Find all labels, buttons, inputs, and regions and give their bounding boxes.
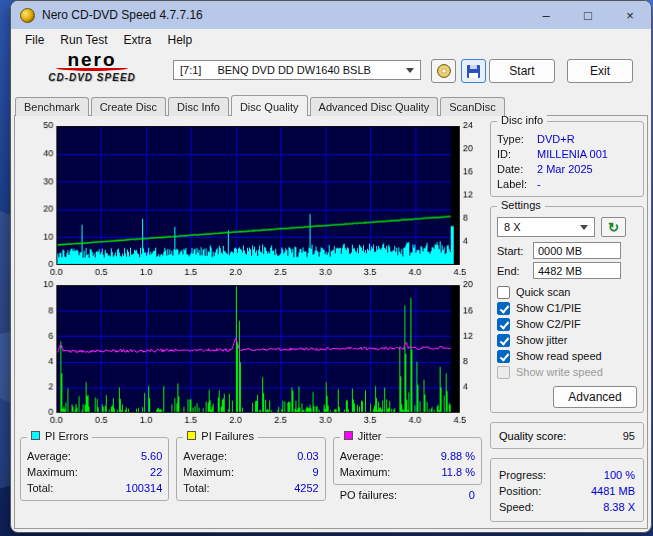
titlebar: Nero CD-DVD Speed 4.7.7.16 – □ × xyxy=(11,1,651,29)
speed-label: Speed: xyxy=(499,499,534,515)
quality-score-panel: Quality score: 95 xyxy=(490,422,644,449)
type-label: Type: xyxy=(497,132,537,147)
average-label: Average: xyxy=(340,448,384,464)
jitter-average: 9.88 % xyxy=(441,448,475,464)
pi-failures-average: 0.03 xyxy=(297,448,318,464)
po-failures-value: 0 xyxy=(469,489,475,501)
date-label: Date: xyxy=(497,162,537,177)
show-write-speed-checkbox: Show write speed xyxy=(497,364,637,380)
disc-tool-button[interactable] xyxy=(431,59,456,83)
window-title: Nero CD-DVD Speed 4.7.7.16 xyxy=(42,8,203,22)
id-label: ID: xyxy=(497,147,537,162)
po-failures-label: PO failures: xyxy=(340,489,397,501)
average-label: Average: xyxy=(183,448,227,464)
checkbox-icon xyxy=(497,334,510,347)
save-icon xyxy=(467,65,480,78)
pi-errors-total: 100314 xyxy=(126,480,163,496)
status-panel: Progress:100 % Position:4481 MB Speed:8.… xyxy=(490,458,644,522)
toolbar: nero CD-DVD SPEED [7:1] BENQ DVD DD DW16… xyxy=(11,51,651,93)
disc-label: - xyxy=(537,177,541,192)
jitter-panel: Jitter Average:9.88 % Maximum:11.8 % xyxy=(333,437,482,485)
menu-extra[interactable]: Extra xyxy=(115,31,159,49)
logo-text: nero xyxy=(19,51,165,69)
maximum-label: Maximum: xyxy=(340,464,391,480)
tab-disc-info[interactable]: Disc Info xyxy=(168,97,229,116)
pi-errors-title: PI Errors xyxy=(45,430,88,442)
checkbox-icon xyxy=(497,302,510,315)
chevron-down-icon xyxy=(406,68,414,73)
drive-select[interactable]: [7:1] BENQ DVD DD DW1640 BSLB xyxy=(173,60,421,80)
tab-disc-quality[interactable]: Disc Quality xyxy=(231,95,308,116)
po-failures-row: PO failures: 0 xyxy=(333,485,482,501)
show-c2-pif-checkbox[interactable]: Show C2/PIF xyxy=(497,316,637,332)
minimize-button[interactable]: – xyxy=(525,1,567,29)
disc-date: 2 Mar 2025 xyxy=(537,162,593,177)
drive-unit: [7:1] xyxy=(180,64,201,76)
tab-advanced-disc-quality[interactable]: Advanced Disc Quality xyxy=(310,97,439,116)
speed-value: 8 X xyxy=(504,221,521,233)
pi-failures-panel: PI Failures Average:0.03 Maximum:9 Total… xyxy=(176,437,325,501)
disc-info-title: Disc info xyxy=(501,114,543,126)
settings-title: Settings xyxy=(501,199,541,211)
start-label: Start: xyxy=(497,245,533,257)
logo-subtext: CD-DVD SPEED xyxy=(19,72,165,83)
tab-scandisc[interactable]: ScanDisc xyxy=(440,97,504,116)
jitter-swatch xyxy=(344,431,353,440)
jitter-maximum: 11.8 % xyxy=(442,464,475,480)
tab-bar: Benchmark Create Disc Disc Info Disc Qua… xyxy=(11,93,651,115)
progress-label: Progress: xyxy=(499,467,546,483)
position-value: 4481 MB xyxy=(591,483,635,499)
tab-benchmark[interactable]: Benchmark xyxy=(15,97,89,116)
tab-create-disc[interactable]: Create Disc xyxy=(91,97,166,116)
menu-help[interactable]: Help xyxy=(160,31,201,49)
end-field[interactable]: 4482 MB xyxy=(533,262,621,279)
hand-disc-icon xyxy=(437,64,451,78)
stats-row: PI Errors Average:5.60 Maximum:22 Total:… xyxy=(18,437,484,501)
start-button[interactable]: Start xyxy=(489,59,555,83)
start-field[interactable]: 0000 MB xyxy=(533,242,621,259)
nero-logo: nero CD-DVD SPEED xyxy=(19,51,165,83)
checkbox-icon xyxy=(497,318,510,331)
refresh-icon: ↻ xyxy=(608,220,619,235)
app-icon xyxy=(20,8,35,23)
total-label: Total: xyxy=(183,480,209,496)
maximum-label: Maximum: xyxy=(27,464,78,480)
show-read-speed-checkbox[interactable]: Show read speed xyxy=(497,348,637,364)
speed-select[interactable]: 8 X xyxy=(497,217,595,237)
pi-errors-average: 5.60 xyxy=(141,448,162,464)
maximize-button[interactable]: □ xyxy=(567,1,609,29)
save-button[interactable] xyxy=(461,59,486,83)
pi-failures-total: 4252 xyxy=(294,480,318,496)
checkbox-icon xyxy=(497,286,510,299)
show-c1-pie-checkbox[interactable]: Show C1/PIE xyxy=(497,300,637,316)
pi-failures-title: PI Failures xyxy=(201,430,254,442)
window-controls: – □ × xyxy=(525,1,651,29)
right-panel: Disc info Type:DVD+R ID:MILLENIA 001 Dat… xyxy=(490,121,644,525)
exit-button[interactable]: Exit xyxy=(567,59,633,83)
drive-name: BENQ DVD DD DW1640 BSLB xyxy=(217,64,370,76)
total-label: Total: xyxy=(27,480,53,496)
menu-file[interactable]: File xyxy=(17,31,52,49)
close-button[interactable]: × xyxy=(609,1,651,29)
show-jitter-checkbox[interactable]: Show jitter xyxy=(497,332,637,348)
advanced-button[interactable]: Advanced xyxy=(553,386,637,408)
disc-id: MILLENIA 001 xyxy=(537,147,608,162)
chevron-down-icon xyxy=(580,225,588,230)
pi-failures-swatch xyxy=(187,431,196,440)
chart-column: PI Errors Average:5.60 Maximum:22 Total:… xyxy=(18,121,484,525)
refresh-button[interactable]: ↻ xyxy=(601,217,626,237)
tab-page-disc-quality: PI Errors Average:5.60 Maximum:22 Total:… xyxy=(14,115,648,529)
app-window: Nero CD-DVD Speed 4.7.7.16 – □ × File Ru… xyxy=(10,0,652,533)
pi-errors-panel: PI Errors Average:5.60 Maximum:22 Total:… xyxy=(20,437,169,501)
disc-type: DVD+R xyxy=(537,132,575,147)
label-label: Label: xyxy=(497,177,537,192)
disc-info-panel: Disc info Type:DVD+R ID:MILLENIA 001 Dat… xyxy=(490,121,644,197)
menu-bar: File Run Test Extra Help xyxy=(11,29,651,51)
pi-errors-swatch xyxy=(31,431,40,440)
menu-run-test[interactable]: Run Test xyxy=(52,31,115,49)
quick-scan-checkbox[interactable]: Quick scan xyxy=(497,284,637,300)
average-label: Average: xyxy=(27,448,71,464)
pi-failures-maximum: 9 xyxy=(313,464,319,480)
jitter-title: Jitter xyxy=(358,430,382,442)
pi-failures-chart xyxy=(18,280,484,427)
